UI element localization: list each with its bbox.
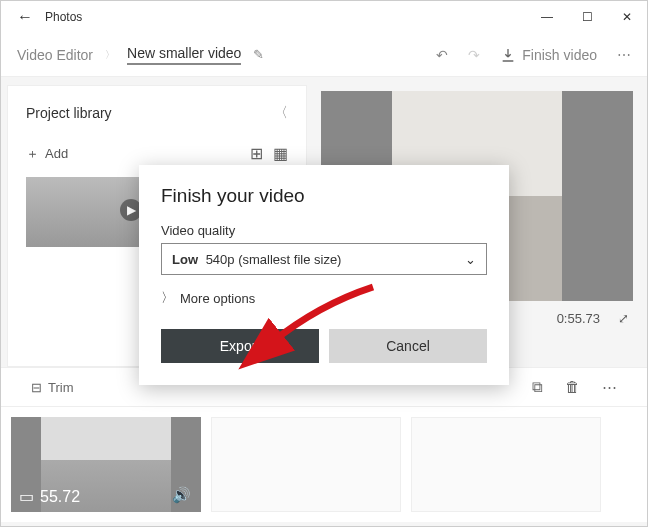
more-options-toggle[interactable]: 〉 More options bbox=[161, 289, 487, 307]
chevron-down-icon: ⌄ bbox=[465, 252, 476, 267]
quality-label: Video quality bbox=[161, 223, 487, 238]
modal-overlay: Finish your video Video quality Low 540p… bbox=[1, 1, 647, 526]
finish-video-dialog: Finish your video Video quality Low 540p… bbox=[139, 165, 509, 385]
export-button[interactable]: Export bbox=[161, 329, 319, 363]
cancel-button[interactable]: Cancel bbox=[329, 329, 487, 363]
dialog-title: Finish your video bbox=[161, 185, 487, 207]
video-quality-select[interactable]: Low 540p (smallest file size) ⌄ bbox=[161, 243, 487, 275]
chevron-right-icon: 〉 bbox=[161, 289, 174, 307]
